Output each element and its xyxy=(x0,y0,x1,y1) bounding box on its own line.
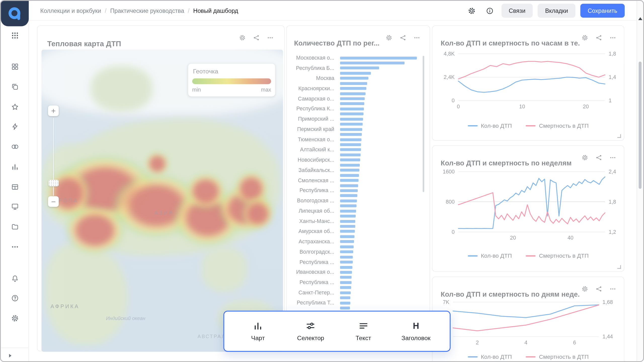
legend-swatch xyxy=(468,125,477,126)
gear-icon xyxy=(468,7,476,15)
region-labels: Московская о...Республика Б...МоскваКрас… xyxy=(287,26,335,351)
help-icon xyxy=(11,294,19,302)
add-heading-button[interactable]: H Заголовок xyxy=(392,321,440,342)
add-selector-button[interactable]: Селектор xyxy=(287,321,335,342)
region-bar xyxy=(340,159,360,161)
region-category-label: Московская о... xyxy=(287,55,334,61)
more-icon xyxy=(610,154,616,161)
links-button[interactable]: Связи xyxy=(501,4,533,18)
chart-scrollbar[interactable] xyxy=(423,56,424,192)
widget-settings-button[interactable] xyxy=(579,152,591,163)
sidebar-item-charts[interactable] xyxy=(7,159,22,174)
region-bar xyxy=(340,189,358,192)
sidebar-expand-button[interactable] xyxy=(4,350,16,361)
legend-item[interactable]: Кол-во ДТП xyxy=(468,252,512,259)
sidebar-item-connections[interactable] xyxy=(7,119,22,134)
map-zoom-slider-handle[interactable] xyxy=(49,180,59,186)
region-bar xyxy=(340,307,350,309)
map-label-africa: АФРИКА xyxy=(51,303,79,309)
apps-grid-icon[interactable] xyxy=(7,28,22,43)
dashboard-settings-button[interactable] xyxy=(465,4,478,17)
widget-actions xyxy=(579,283,619,295)
region-bar xyxy=(340,204,357,207)
workbooks-icon xyxy=(11,63,19,70)
region-bar xyxy=(340,240,354,243)
y-axis-tick-left: 1600 xyxy=(443,169,455,174)
region-category-label: Красноярски... xyxy=(287,85,334,92)
region-category-label: Волгоградск... xyxy=(287,249,334,255)
save-button[interactable]: Сохранить xyxy=(580,4,625,18)
scrollbar-thumb[interactable] xyxy=(639,62,641,189)
add-chart-button[interactable]: Чарт xyxy=(234,321,282,342)
widget-resize-handle[interactable] xyxy=(617,134,621,138)
widget-more-button[interactable] xyxy=(607,283,619,295)
map-label-asia: АЗИЯ xyxy=(154,210,174,216)
region-bars xyxy=(340,26,422,351)
legend-item[interactable]: Кол-во ДТП xyxy=(468,122,512,129)
sidebar-item-editor[interactable] xyxy=(7,199,22,214)
widget-more-button[interactable] xyxy=(607,152,619,163)
region-bar xyxy=(340,250,353,253)
region-bar xyxy=(340,220,355,222)
region-category-label: Смоленская ... xyxy=(287,177,334,184)
legend-item[interactable]: Кол-во ДТП xyxy=(468,353,512,360)
dashboard-info-button[interactable] xyxy=(483,4,496,17)
tabs-button[interactable]: Вкладки xyxy=(538,4,576,18)
breadcrumb-separator: / xyxy=(188,7,190,14)
chart-legend: Кол-во ДТП Смертность в ДТП xyxy=(432,122,624,129)
breadcrumb-item[interactable]: Практические руководства xyxy=(110,7,184,14)
legend-label: Кол-во ДТП xyxy=(481,353,512,360)
sidebar-item-workbooks[interactable] xyxy=(7,59,22,74)
chart-icon xyxy=(253,321,263,331)
tool-label: Селектор xyxy=(297,335,324,342)
sidebar-item-collections[interactable] xyxy=(7,79,22,94)
sidebar-item-favorites[interactable] xyxy=(7,99,22,114)
sidebar-item-notifications[interactable] xyxy=(7,271,22,286)
y-axis-tick-right: 1,2 xyxy=(609,229,616,235)
add-widget-toolbar: Чарт Селектор Текст H Заголовок xyxy=(223,311,451,352)
legend-swatch xyxy=(468,255,477,256)
sidebar-item-help[interactable] xyxy=(7,291,22,305)
widget-settings-button[interactable] xyxy=(579,283,591,295)
region-bar xyxy=(340,194,357,197)
scrollbar-up-arrow[interactable] xyxy=(638,17,642,20)
region-bar xyxy=(340,153,360,156)
widget-relations-button[interactable] xyxy=(251,32,262,43)
sidebar-item-datasets[interactable] xyxy=(7,139,22,154)
region-bar xyxy=(340,133,362,136)
legend-item[interactable]: Смертность в ДТП xyxy=(526,353,589,360)
x-axis-tick: 6 xyxy=(573,340,576,345)
sidebar-item-tables[interactable] xyxy=(7,179,22,194)
region-category-label: Самарская о... xyxy=(287,96,334,102)
x-axis-tick: 4 xyxy=(525,340,528,345)
region-bar xyxy=(340,286,351,289)
map-zoom-in-button[interactable]: + xyxy=(48,106,59,116)
widget-actions xyxy=(579,152,619,163)
widget-more-button[interactable] xyxy=(607,32,619,43)
sidebar-item-more[interactable] xyxy=(7,239,22,254)
sidebar-item-settings[interactable] xyxy=(7,311,22,326)
map-zoom-out-button[interactable]: − xyxy=(48,196,59,207)
widget-relations-button[interactable] xyxy=(593,32,605,43)
gear-icon xyxy=(582,286,588,292)
widget-relations-button[interactable] xyxy=(593,152,605,163)
breadcrumb-item[interactable]: Коллекции и воркбуки xyxy=(40,7,101,14)
sidebar-item-storage[interactable] xyxy=(7,219,22,234)
legend-item[interactable]: Смертность в ДТП xyxy=(526,252,589,259)
heatmap-map[interactable]: ЕВРОПА АЗИЯ АФРИКА Индийский океан АВСТР… xyxy=(42,50,283,352)
legend-swatch xyxy=(526,356,536,357)
add-text-button[interactable]: Текст xyxy=(339,321,388,342)
widget-settings-button[interactable] xyxy=(236,32,248,43)
datalens-logo[interactable] xyxy=(1,1,29,26)
region-category-label: Липецкая об... xyxy=(287,208,334,214)
legend-item[interactable]: Смертность в ДТП xyxy=(526,122,589,129)
widget-relations-button[interactable] xyxy=(593,283,605,295)
widget-settings-button[interactable] xyxy=(579,32,591,43)
widget-more-button[interactable] xyxy=(264,32,276,43)
region-bar xyxy=(340,138,362,141)
settings-icon xyxy=(11,314,19,322)
region-bar xyxy=(340,271,352,274)
widget-title: Тепловая карта ДТП xyxy=(47,40,121,48)
widget-resize-handle[interactable] xyxy=(617,265,621,269)
region-category-label: Алтайский к... xyxy=(287,147,334,153)
